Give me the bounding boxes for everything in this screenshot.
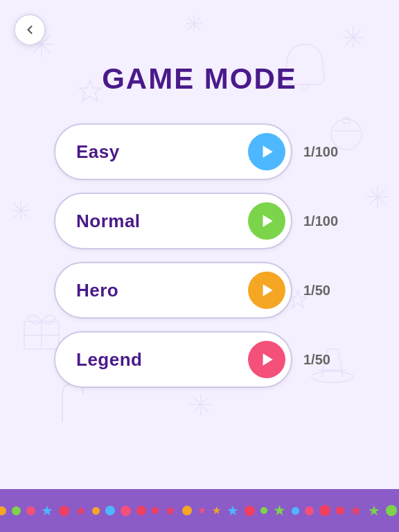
- page-title: GAME MODE: [102, 62, 297, 96]
- svg-marker-38: [263, 284, 273, 296]
- hero-play-circle[interactable]: [248, 272, 285, 309]
- easy-play-circle[interactable]: [248, 133, 285, 170]
- hero-mode-button[interactable]: Hero: [54, 262, 292, 319]
- mode-row-easy: Easy 1/100: [54, 123, 345, 180]
- normal-play-circle[interactable]: [248, 202, 285, 240]
- svg-marker-36: [263, 145, 273, 157]
- hero-mode-name: Hero: [76, 280, 118, 301]
- svg-marker-37: [263, 215, 273, 227]
- modes-container: Easy 1/100 Normal 1/100: [54, 123, 345, 388]
- normal-mode-button[interactable]: Normal: [54, 193, 292, 249]
- svg-marker-39: [263, 353, 273, 365]
- main-content: GAME MODE Easy 1/100 Normal: [0, 0, 399, 532]
- easy-score: 1/100: [303, 144, 345, 160]
- normal-mode-name: Normal: [76, 211, 141, 232]
- normal-score: 1/100: [303, 213, 345, 229]
- legend-play-circle[interactable]: [248, 341, 285, 378]
- mode-row-normal: Normal 1/100: [54, 193, 345, 249]
- easy-mode-button[interactable]: Easy: [54, 123, 292, 180]
- mode-row-hero: Hero 1/50: [54, 262, 345, 319]
- mode-row-legend: Legend 1/50: [54, 331, 345, 388]
- easy-mode-name: Easy: [76, 141, 120, 163]
- hero-score: 1/50: [303, 283, 345, 299]
- legend-mode-name: Legend: [76, 349, 142, 371]
- back-button[interactable]: [14, 14, 46, 46]
- legend-score: 1/50: [303, 352, 345, 368]
- legend-mode-button[interactable]: Legend: [54, 331, 292, 388]
